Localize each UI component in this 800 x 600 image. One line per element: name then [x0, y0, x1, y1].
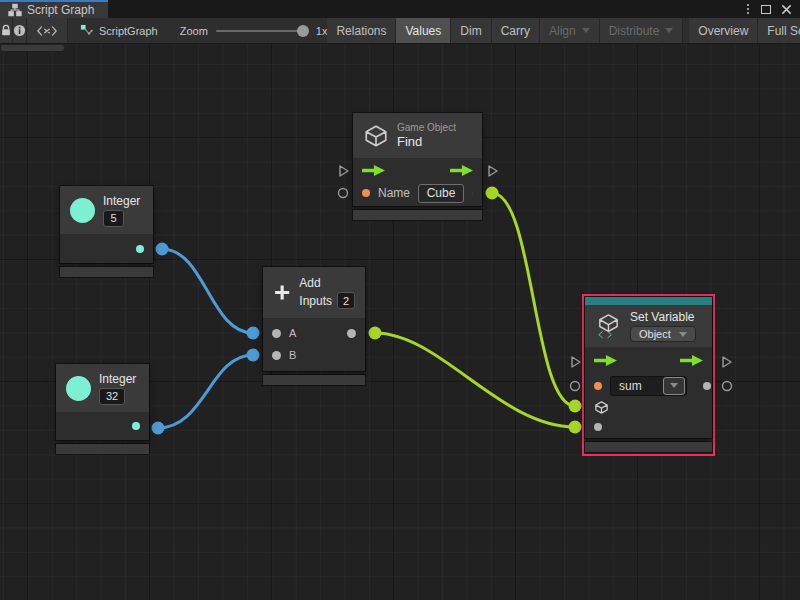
setvariable-value-dot[interactable] [594, 423, 602, 431]
chevron-down-icon [665, 28, 673, 33]
find-name-input[interactable] [418, 184, 464, 203]
flow-out-arrow-icon[interactable] [450, 165, 473, 176]
integer-icon [66, 376, 91, 401]
lock-button[interactable] [0, 18, 13, 43]
variable-name-dot[interactable] [594, 382, 602, 390]
flow-out-arrow-icon[interactable] [680, 355, 703, 366]
node-footer [56, 444, 149, 454]
menu-icon[interactable] [745, 3, 751, 15]
inputs-count-input[interactable] [337, 292, 355, 309]
target-object-cube-icon[interactable] [594, 400, 609, 415]
graph-icon [8, 3, 22, 17]
breadcrumb[interactable]: ScriptGraph [80, 18, 158, 43]
full-screen-button[interactable]: Full Screen [758, 18, 800, 43]
node-footer [585, 442, 712, 452]
distribute-button[interactable]: Distribute [600, 18, 684, 43]
close-icon[interactable] [781, 4, 792, 15]
set-variable-icon [595, 313, 622, 340]
add-input-a-label: A [289, 327, 296, 339]
align-button[interactable]: Align [540, 18, 600, 43]
selection-highlight: Set Variable Object sum [582, 294, 715, 456]
chevron-down-icon [582, 28, 590, 33]
node-footer [353, 210, 482, 220]
node-title: Add [299, 276, 320, 290]
relations-button[interactable]: Relations [327, 18, 396, 43]
zoom-control: Zoom 1x [180, 18, 328, 43]
zoom-slider-handle[interactable] [297, 25, 309, 37]
find-name-label: Name [378, 186, 410, 200]
node-title: Integer [99, 372, 136, 386]
variable-name-dropdown-button[interactable] [663, 377, 685, 395]
values-button[interactable]: Values [396, 18, 451, 43]
node-integer-5[interactable]: Integer [60, 186, 153, 277]
zoom-label: Zoom [180, 25, 208, 37]
node-title: Integer [103, 194, 140, 208]
chevron-down-icon [670, 383, 678, 388]
integer-output-dot[interactable] [136, 245, 144, 253]
toolbar-right-group: Relations Values Dim Carry Align Distrib… [327, 18, 800, 43]
node-footer [263, 375, 365, 385]
code-view-button[interactable] [27, 18, 68, 43]
script-graph-icon [80, 24, 93, 37]
zoom-slider[interactable] [216, 30, 308, 32]
find-name-dot[interactable] [362, 189, 370, 197]
code-icon [36, 25, 58, 37]
add-icon [273, 280, 291, 305]
horizontal-scrollbar[interactable] [1, 45, 64, 51]
node-title: Find [397, 134, 422, 149]
variable-name-value: sum [611, 379, 663, 393]
variable-name-dropdown[interactable]: sum [610, 376, 687, 396]
dim-button[interactable]: Dim [451, 18, 491, 43]
info-button[interactable] [13, 18, 27, 43]
overview-button[interactable]: Overview [689, 18, 758, 43]
lock-icon [0, 24, 12, 37]
add-input-b-dot[interactable] [272, 351, 281, 360]
script-graph-window: Script Graph [0, 0, 800, 600]
node-footer [60, 267, 153, 277]
node-title: Set Variable [630, 310, 694, 324]
maximize-icon[interactable] [761, 5, 771, 14]
tab-script-graph[interactable]: Script Graph [0, 0, 108, 18]
add-input-a-dot[interactable] [272, 329, 281, 338]
flow-in-arrow-icon[interactable] [362, 165, 385, 176]
flow-in-arrow-icon[interactable] [594, 355, 617, 366]
tab-title: Script Graph [27, 3, 94, 17]
node-category: Game Object [397, 122, 456, 133]
gameobject-output-cube-icon[interactable] [472, 186, 473, 201]
node-add[interactable]: Add Inputs A B [263, 267, 365, 385]
node-set-variable[interactable]: Set Variable Object sum [585, 297, 712, 452]
add-output-dot[interactable] [347, 329, 356, 338]
graph-toolbar: ScriptGraph Zoom 1x Relations Values Dim… [0, 18, 800, 44]
integer-value-input[interactable] [99, 388, 125, 405]
gameobject-cube-icon [363, 123, 389, 149]
info-icon [13, 24, 26, 37]
inputs-label: Inputs [299, 294, 332, 308]
add-input-b-label: B [289, 349, 296, 361]
window-controls [745, 0, 800, 18]
integer-icon [70, 198, 95, 223]
zoom-value: 1x [316, 25, 328, 37]
integer-value-input[interactable] [103, 210, 124, 227]
node-gameobject-find[interactable]: Game Object Find Name [353, 113, 482, 220]
variable-scope-dropdown[interactable]: Object [630, 326, 696, 342]
node-integer-32[interactable]: Integer [56, 364, 149, 454]
variable-kind-strip [585, 297, 712, 305]
integer-output-dot[interactable] [132, 422, 140, 430]
tab-bar: Script Graph [0, 0, 800, 18]
breadcrumb-label: ScriptGraph [99, 25, 158, 37]
carry-button[interactable]: Carry [492, 18, 540, 43]
chevron-down-icon [679, 332, 687, 337]
setvariable-output-dot[interactable] [703, 382, 711, 390]
